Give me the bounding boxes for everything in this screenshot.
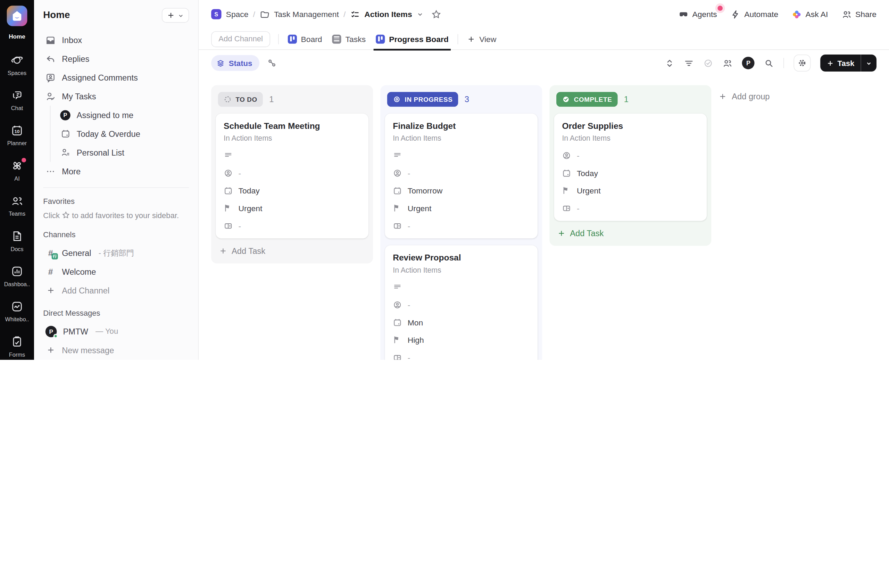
chevron-down-icon[interactable] [417,11,424,18]
rail-item-ai[interactable]: AI [11,159,23,182]
app-logo-icon[interactable] [7,6,27,26]
custom-field-row[interactable]: - [223,221,360,231]
rail-label: Forms [9,351,25,358]
breadcrumb-space[interactable]: Space [226,10,249,19]
rail-item-whiteboards[interactable]: Whitebo.. [5,300,29,322]
new-task-dropdown[interactable] [861,54,877,72]
new-task-button[interactable]: Task [821,54,877,72]
gear-icon [798,58,807,68]
description-row[interactable] [393,150,529,160]
channel-item-general[interactable]: #行 General - 行銷部門 [43,244,189,262]
settings-button[interactable] [794,54,811,72]
hash-icon: # [45,267,55,277]
filter-icon[interactable] [684,58,694,68]
task-location: In Action Items [562,134,699,143]
status-badge[interactable]: TO DO [218,92,263,107]
add-group-label: Add group [732,92,769,101]
rail-item-teams[interactable]: Teams [9,195,25,217]
link-icon[interactable] [267,58,277,68]
sidebar-item-personal-list[interactable]: Personal List [58,143,189,162]
task-card[interactable]: Review Proposal In Action Items - Mon [385,245,538,360]
tab-progress-board[interactable]: Progress Board [375,28,450,50]
rail-item-spaces[interactable]: Spaces [7,54,27,76]
assignees-icon[interactable] [723,58,732,68]
dropdown-field-icon [393,221,402,230]
priority-value: High [408,335,424,344]
due-date-row[interactable]: Tomorrow [393,186,529,195]
share-button[interactable]: Share [842,9,877,19]
priority-row[interactable]: Urgent [393,203,529,213]
priority-row[interactable]: Urgent [562,186,699,195]
tab-board[interactable]: Board [287,28,323,50]
tab-tasks[interactable]: Tasks [331,28,367,50]
custom-field-row[interactable]: - [393,221,529,231]
task-title[interactable]: Finalize Budget [393,121,529,130]
user-avatar[interactable]: P [742,57,755,69]
expand-collapse-icon[interactable] [665,58,675,68]
channel-item-welcome[interactable]: # Welcome [43,262,189,281]
status-badge[interactable]: IN PROGRESS [387,92,459,107]
rail-item-docs[interactable]: Docs [10,230,23,252]
add-channel-tab-button[interactable]: Add Channel [211,31,270,47]
sidebar-item-my-tasks[interactable]: My Tasks [43,87,189,106]
task-card[interactable]: Schedule Team Meeting In Action Items - … [216,114,369,238]
chat-icon [11,89,23,102]
automate-button[interactable]: Automate [731,9,778,19]
custom-field-row[interactable]: - [393,352,529,360]
sidebar-item-replies[interactable]: Replies [43,50,189,68]
rail-item-forms[interactable]: Forms [9,336,25,358]
assignee-row[interactable]: - [562,150,699,160]
column-header[interactable]: COMPLETE 1 [556,92,705,107]
task-title[interactable]: Review Proposal [393,252,529,262]
star-icon[interactable] [431,9,441,19]
breadcrumb-current[interactable]: Action Items [364,10,412,19]
rail-item-planner[interactable]: 10 Planner [7,124,27,147]
channel-badge: 行 [52,253,58,260]
sidebar-item-assigned-to-me[interactable]: P Assigned to me [58,106,189,124]
due-date-row[interactable]: Today [223,186,360,195]
task-title[interactable]: Schedule Team Meeting [223,121,360,130]
task-location: In Action Items [393,134,529,143]
add-task-button[interactable]: Add Task [219,246,365,255]
avatar: P [60,110,70,120]
description-row[interactable] [393,282,529,292]
task-card[interactable]: Finalize Budget In Action Items - Tomorr… [385,114,538,238]
due-date-row[interactable]: Mon [393,318,529,327]
description-row[interactable] [223,150,360,160]
status-badge[interactable]: COMPLETE [556,92,618,107]
column-header[interactable]: TO DO 1 [218,92,366,107]
sidebar-new-button[interactable] [162,8,189,23]
priority-row[interactable]: Urgent [223,203,360,213]
plus-icon [45,345,55,355]
task-card[interactable]: Order Supplies In Action Items - Today [554,114,707,221]
assignee-row[interactable]: - [223,168,360,178]
agents-button[interactable]: Agents [679,9,717,19]
ask-ai-button[interactable]: Ask AI [792,9,828,19]
task-location: In Action Items [223,134,360,143]
rail-item-chat[interactable]: Chat [11,89,23,111]
new-message-button[interactable]: New message [43,341,189,360]
rail-item-dashboards[interactable]: Dashboa.. [4,265,30,287]
priority-row[interactable]: High [393,335,529,345]
custom-field-row[interactable]: - [562,203,699,213]
add-group-button[interactable]: Add group [719,92,770,101]
column-header[interactable]: IN PROGRESS 3 [387,92,535,107]
assignee-row[interactable]: - [393,300,529,309]
rail-item-home[interactable]: Home [7,6,27,40]
check-circle-icon[interactable] [703,58,713,68]
add-view-button[interactable]: View [466,28,498,50]
add-task-button[interactable]: Add Task [558,229,703,238]
sidebar-item-more[interactable]: More [43,162,189,181]
search-icon[interactable] [765,58,774,68]
status-label: TO DO [235,96,257,103]
group-by-status-pill[interactable]: Status [211,55,259,71]
breadcrumb-folder[interactable]: Task Management [274,10,339,19]
dm-item-pmtw[interactable]: P PMTW — You [43,322,189,341]
due-date-row[interactable]: Today [562,168,699,178]
sidebar-item-assigned-comments[interactable]: Assigned Comments [43,68,189,87]
sidebar-item-inbox[interactable]: Inbox [43,31,189,50]
assignee-row[interactable]: - [393,168,529,178]
add-channel-button[interactable]: Add Channel [43,281,189,300]
task-title[interactable]: Order Supplies [562,121,699,130]
sidebar-item-today-overdue[interactable]: Today & Overdue [58,124,189,143]
